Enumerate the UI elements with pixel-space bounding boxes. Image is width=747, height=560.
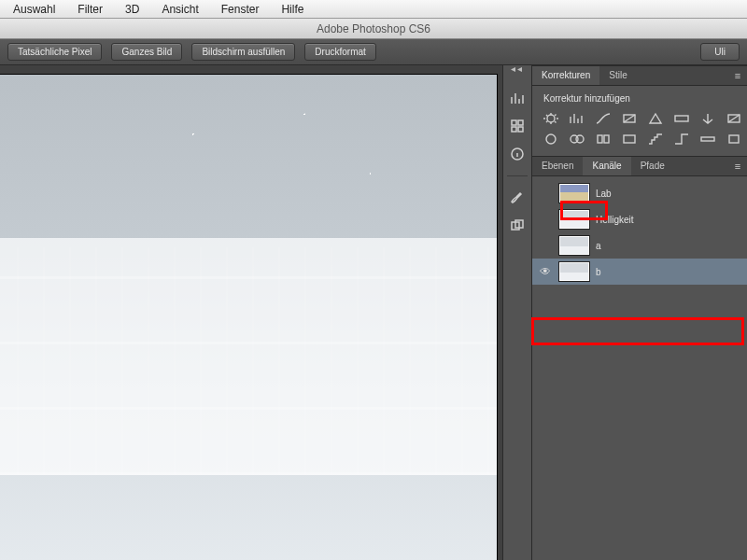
canvas-area[interactable] (0, 65, 502, 560)
channel-row-lightness[interactable]: 👁 Helligkeit (532, 206, 747, 232)
svg-rect-3 (518, 127, 523, 132)
clone-source-icon[interactable] (507, 216, 528, 236)
mac-menu-bar: Auswahl Filter 3D Ansicht Fenster Hilfe (0, 0, 747, 19)
brush-icon[interactable] (507, 188, 528, 208)
channel-thumbnail (558, 235, 590, 256)
channel-row-b[interactable]: 👁 b (532, 259, 747, 285)
fit-screen-button[interactable]: Ganzes Bild (111, 43, 182, 61)
color-lookup-icon[interactable] (594, 132, 613, 147)
collapse-grip-icon[interactable]: ◂◂ (511, 63, 524, 74)
black-white-icon[interactable] (725, 111, 743, 126)
document-image[interactable] (0, 75, 497, 560)
adjustments-title: Korrektur hinzufügen (543, 93, 738, 104)
posterize-icon[interactable] (646, 132, 665, 147)
selective-color-icon[interactable] (725, 132, 743, 147)
swatches-icon[interactable] (507, 116, 528, 136)
user-menu[interactable]: Uli (700, 43, 740, 61)
threshold-icon[interactable] (672, 132, 691, 147)
vibrance-icon[interactable] (646, 111, 665, 126)
adjustments-panel: Korrektur hinzufügen (532, 86, 747, 156)
channel-name: a (596, 241, 601, 251)
adjustments-panel-tabs: Korrekturen Stile ≡ (532, 65, 747, 86)
collapsed-panel-strip: ◂◂ (502, 65, 532, 560)
svg-rect-14 (598, 135, 602, 143)
channel-row-lab[interactable]: 👁 Lab (532, 180, 747, 206)
channel-list: 👁 Lab 👁 Helligkeit 👁 a 👁 b (532, 176, 747, 288)
menu-item[interactable]: Filter (66, 3, 114, 16)
layers-channels-tabs: Ebenen Kanäle Pfade ≡ (532, 156, 747, 176)
app-title-bar: Adobe Photoshop CS6 (0, 19, 747, 39)
menu-item[interactable]: Ansicht (150, 3, 209, 16)
levels-icon[interactable] (568, 111, 586, 126)
separator (507, 175, 528, 176)
svg-rect-0 (512, 120, 516, 125)
svg-rect-16 (624, 135, 635, 143)
channels-panel: 👁 Lab 👁 Helligkeit 👁 a 👁 b (532, 176, 747, 560)
menu-item[interactable]: Fenster (210, 3, 271, 16)
channel-row-a[interactable]: 👁 a (532, 232, 747, 259)
right-panels: Korrekturen Stile ≡ Korrektur hinzufügen (532, 65, 747, 560)
info-icon[interactable] (507, 144, 528, 164)
tab-korrekturen[interactable]: Korrekturen (532, 66, 599, 85)
tab-kanaele[interactable]: Kanäle (583, 157, 630, 175)
actual-pixels-button[interactable]: Tatsächliche Pixel (7, 43, 102, 61)
svg-rect-18 (729, 135, 739, 143)
gradient-map-icon[interactable] (698, 132, 717, 147)
curves-icon[interactable] (594, 111, 613, 126)
document-frame (0, 75, 497, 560)
panel-menu-icon[interactable]: ≡ (728, 66, 747, 85)
hue-saturation-icon[interactable] (672, 111, 691, 126)
brightness-contrast-icon[interactable] (542, 111, 560, 126)
channel-thumbnail (558, 261, 590, 282)
panel-menu-icon[interactable]: ≡ (728, 157, 747, 175)
channel-name: Helligkeit (596, 215, 634, 225)
options-bar: Tatsächliche Pixel Ganzes Bild Bildschir… (0, 39, 747, 65)
svg-rect-1 (518, 120, 523, 125)
svg-rect-17 (701, 137, 714, 141)
print-size-button[interactable]: Druckformat (304, 43, 375, 61)
channel-thumbnail (558, 183, 590, 203)
svg-rect-2 (512, 127, 516, 132)
visibility-icon[interactable]: 👁 (538, 264, 553, 279)
color-balance-icon[interactable] (698, 111, 717, 126)
adjustments-grid (542, 111, 738, 147)
svg-rect-9 (675, 116, 688, 121)
fill-screen-button[interactable]: Bildschirm ausfüllen (191, 43, 295, 61)
app-title: Adobe Photoshop CS6 (317, 22, 430, 35)
channel-mixer-icon[interactable] (568, 132, 586, 147)
svg-point-7 (547, 115, 555, 122)
main-area: ◂◂ Korrekturen Stile ≡ Korrektur hinzufü… (0, 65, 747, 560)
channel-thumbnail (558, 209, 590, 230)
channel-name: b (596, 267, 601, 277)
histogram-icon[interactable] (507, 88, 528, 108)
svg-point-13 (576, 135, 584, 143)
tab-ebenen[interactable]: Ebenen (532, 157, 583, 175)
menu-item[interactable]: Hilfe (270, 3, 315, 16)
tab-pfade[interactable]: Pfade (631, 157, 674, 175)
tab-stile[interactable]: Stile (599, 66, 636, 85)
channel-name: Lab (596, 189, 612, 199)
menu-item[interactable]: 3D (114, 3, 150, 16)
invert-icon[interactable] (620, 132, 639, 147)
photo-filter-icon[interactable] (542, 132, 560, 147)
exposure-icon[interactable] (620, 111, 639, 126)
menu-item[interactable]: Auswahl (2, 3, 66, 16)
svg-point-11 (546, 134, 556, 144)
svg-rect-15 (604, 135, 609, 143)
